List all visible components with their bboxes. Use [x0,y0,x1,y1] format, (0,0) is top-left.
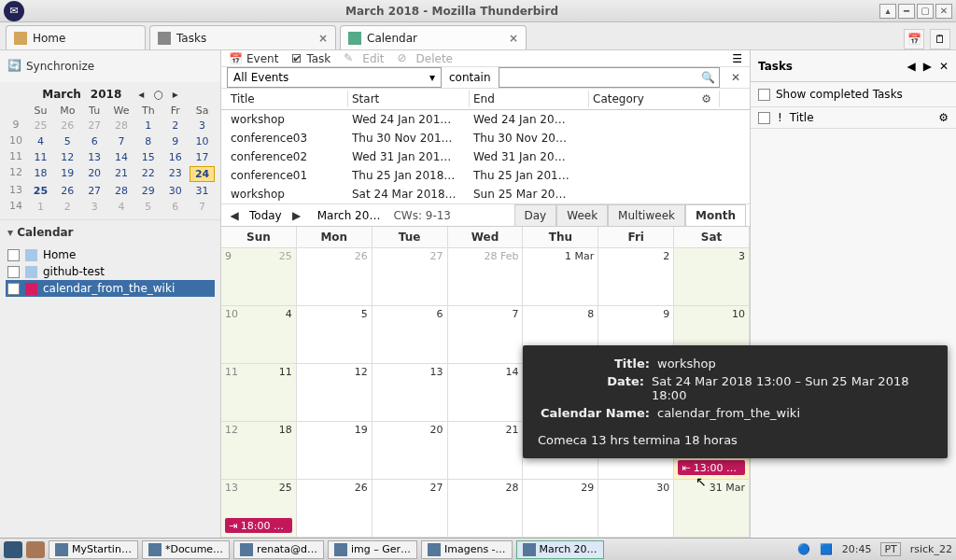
month-cell[interactable]: 13 [373,364,448,422]
prev-period-button[interactable]: ◀ [225,206,244,225]
tasks-close-icon[interactable]: ✕ [939,60,949,73]
taskbar-entry[interactable]: img – Ger… [328,540,417,559]
mini-day[interactable]: 28 [109,119,134,133]
event-search[interactable]: 🔍 [499,67,720,88]
start-button[interactable] [4,541,22,558]
mini-day[interactable]: 6 [82,134,107,148]
taskbar-entry[interactable]: *Docume… [142,540,230,559]
window-max-button[interactable]: ▢ [917,4,934,19]
mini-day[interactable]: 10 [190,134,215,148]
month-cell[interactable]: 12 [297,364,373,422]
month-cell[interactable]: 27 [373,248,448,306]
task-title-col[interactable]: Title [790,111,814,124]
month-cell[interactable]: 14 [448,364,524,422]
window-close-button[interactable]: ✕ [935,4,952,19]
mini-day[interactable]: 3 [190,119,215,133]
mini-day[interactable]: 3 [82,200,107,214]
window-min-button[interactable]: ━ [898,4,915,19]
month-cell[interactable]: 29 [523,480,598,538]
mini-day[interactable]: 1 [135,119,161,133]
view-month[interactable]: Month [685,204,746,226]
calendar-event[interactable]: ⇤ 13:00 … [678,460,745,475]
view-week[interactable]: Week [556,204,608,226]
mini-day[interactable]: 15 [135,150,161,164]
month-cell[interactable]: 19 [297,422,373,480]
mini-day[interactable]: 6 [162,200,188,214]
month-cell[interactable]: 28 [448,480,524,538]
close-icon[interactable]: × [509,32,518,45]
search-icon[interactable]: 🔍 [697,71,719,84]
mini-day[interactable]: 22 [135,166,161,182]
event-row[interactable]: workshopWed 24 Jan 201…Wed 24 Jan 20… [221,110,750,129]
next-period-button[interactable]: ▶ [288,206,306,225]
calendar-item[interactable]: Home [6,246,215,263]
mini-day[interactable]: 31 [190,184,215,198]
mini-prev-icon[interactable]: ◂ [138,88,144,101]
tray-app2-icon[interactable]: 🟦 [820,543,833,555]
tasks-next-icon[interactable]: ▶ [923,60,932,73]
mini-day[interactable]: 20 [82,166,107,182]
close-icon[interactable]: × [318,32,328,45]
mini-day[interactable]: 26 [55,119,80,133]
month-cell[interactable]: 6 [373,306,448,364]
sync-button[interactable]: 🔄 Synchronize [7,59,94,74]
mini-next-icon[interactable]: ▸ [173,88,178,101]
event-row[interactable]: conference02Wed 31 Jan 201…Wed 31 Jan 20… [221,147,750,166]
show-desktop-button[interactable] [26,541,45,558]
show-completed-checkbox[interactable] [758,89,770,101]
month-cell[interactable]: 21 [448,422,524,480]
mini-day[interactable]: 5 [55,134,80,148]
month-cell[interactable]: 410 [221,306,297,364]
month-cell[interactable]: 3 [674,248,750,306]
view-multiweek[interactable]: Multiweek [608,204,685,226]
taskbar-entry[interactable]: renata@d… [233,540,324,559]
mini-day[interactable]: 4 [109,200,134,214]
today-button[interactable]: Today [249,209,282,222]
month-cell[interactable]: 26 [297,480,373,538]
month-cell[interactable]: 2513⇥ 18:00 … [221,480,297,538]
taskbar-entry[interactable]: March 20… [516,540,604,559]
calendar-checkbox[interactable]: ✓ [7,283,20,295]
month-cell[interactable]: 27 [373,480,448,538]
month-cell[interactable]: 31 Mar [674,480,750,538]
mini-day[interactable]: 7 [109,134,134,148]
month-cell[interactable]: 28 Feb [448,248,524,306]
month-cell[interactable]: 7 [448,306,524,364]
tab-tasks[interactable]: Tasks × [149,25,336,49]
mini-day[interactable]: 21 [109,166,134,182]
task-done-col[interactable] [758,112,770,124]
mini-day[interactable]: 28 [109,184,134,198]
tab-home[interactable]: Home [6,25,146,49]
mini-day[interactable]: 18 [28,166,53,182]
mini-day[interactable]: 26 [55,184,80,198]
month-cell[interactable]: 2 [598,248,674,306]
tab-calendar[interactable]: Calendar × [340,25,527,49]
mini-day[interactable]: 30 [162,184,188,198]
mini-day[interactable]: 25 [28,184,53,198]
event-row[interactable]: conference03Thu 30 Nov 201…Thu 30 Nov 20… [221,129,750,147]
mini-day[interactable]: 12 [55,150,80,164]
mini-day[interactable]: 27 [82,184,107,198]
mini-day[interactable]: 2 [55,200,80,214]
month-cell[interactable]: 26 [297,248,373,306]
taskbar-entry[interactable]: Imagens -… [421,540,513,559]
month-cell[interactable]: 1812 [221,422,297,480]
view-day[interactable]: Day [514,204,557,226]
calendar-today-button[interactable]: 📅 [904,29,924,49]
col-end[interactable]: End [470,91,589,107]
mini-day[interactable]: 17 [190,150,215,164]
window-shade-button[interactable]: ▴ [879,4,896,19]
mini-day[interactable]: 9 [162,134,188,148]
mini-day[interactable]: 13 [82,150,107,164]
month-cell[interactable]: 30 [598,480,674,538]
column-config-icon[interactable]: ⚙ [701,92,715,105]
event-row[interactable]: conference01Thu 25 Jan 2018…Thu 25 Jan 2… [221,166,750,185]
event-filter-select[interactable]: All Events ▾ [227,67,442,88]
task-col-config-icon[interactable]: ⚙ [938,111,949,124]
month-cell[interactable]: 1 Mar [523,248,598,306]
task-priority-icon[interactable]: ! [778,111,782,124]
mini-day[interactable]: 29 [135,184,161,198]
taskbar-entry[interactable]: MyStartin… [49,540,138,559]
tray-app1-icon[interactable]: 🔵 [797,543,810,555]
mini-day[interactable]: 2 [162,119,188,133]
